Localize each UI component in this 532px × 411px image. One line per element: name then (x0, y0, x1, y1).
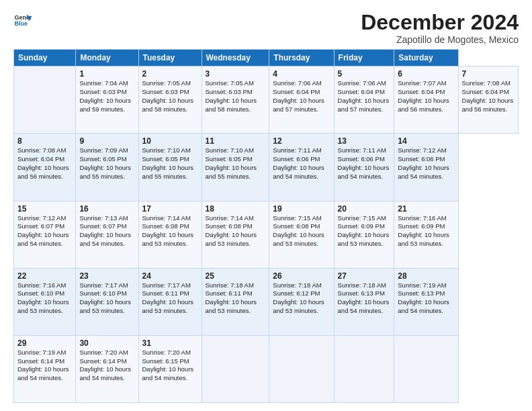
day-number: 31 (142, 338, 198, 348)
day-cell-11: 11Sunrise: 7:10 AMSunset: 6:05 PMDayligh… (202, 134, 269, 201)
calendar-table: SundayMondayTuesdayWednesdayThursdayFrid… (13, 49, 519, 403)
svg-text:Blue: Blue (14, 20, 28, 27)
day-number: 19 (273, 204, 330, 214)
day-info: Sunrise: 7:06 AMSunset: 6:04 PMDaylight:… (338, 79, 390, 112)
day-cell-1: 1Sunrise: 7:04 AMSunset: 6:03 PMDaylight… (76, 66, 138, 134)
day-number: 5 (338, 69, 391, 79)
week-row-3: 15Sunrise: 7:12 AMSunset: 6:07 PMDayligh… (14, 201, 519, 268)
day-number: 12 (273, 136, 330, 146)
day-info: Sunrise: 7:17 AMSunset: 6:10 PMDaylight:… (79, 281, 131, 314)
day-cell-21: 21Sunrise: 7:16 AMSunset: 6:09 PMDayligh… (394, 201, 458, 268)
day-cell-2: 2Sunrise: 7:05 AMSunset: 6:03 PMDaylight… (138, 66, 202, 134)
day-cell-15: 15Sunrise: 7:12 AMSunset: 6:07 PMDayligh… (14, 201, 76, 268)
day-cell-25: 25Sunrise: 7:18 AMSunset: 6:11 PMDayligh… (202, 268, 269, 335)
empty-cell (14, 66, 76, 134)
day-info: Sunrise: 7:09 AMSunset: 6:05 PMDaylight:… (79, 146, 131, 179)
day-cell-17: 17Sunrise: 7:14 AMSunset: 6:08 PMDayligh… (138, 201, 202, 268)
calendar-title: December 2024 (361, 11, 519, 34)
day-number: 14 (398, 136, 454, 146)
day-info: Sunrise: 7:08 AMSunset: 6:04 PMDaylight:… (17, 146, 69, 179)
header-friday: Friday (334, 50, 394, 66)
empty-cell (202, 335, 269, 402)
day-info: Sunrise: 7:13 AMSunset: 6:07 PMDaylight:… (79, 214, 131, 247)
header-saturday: Saturday (394, 50, 458, 66)
day-cell-6: 6Sunrise: 7:07 AMSunset: 6:04 PMDaylight… (394, 66, 458, 134)
day-number: 30 (79, 338, 134, 348)
week-row-4: 22Sunrise: 7:16 AMSunset: 6:10 PMDayligh… (14, 268, 519, 335)
day-number: 7 (462, 69, 515, 79)
day-cell-28: 28Sunrise: 7:19 AMSunset: 6:13 PMDayligh… (394, 268, 458, 335)
day-number: 6 (398, 69, 454, 79)
day-info: Sunrise: 7:20 AMSunset: 6:14 PMDaylight:… (79, 349, 131, 381)
day-info: Sunrise: 7:11 AMSunset: 6:06 PMDaylight:… (338, 146, 390, 179)
day-cell-13: 13Sunrise: 7:11 AMSunset: 6:06 PMDayligh… (334, 134, 394, 201)
day-info: Sunrise: 7:18 AMSunset: 6:12 PMDaylight:… (273, 281, 324, 314)
day-number: 13 (338, 136, 391, 146)
day-info: Sunrise: 7:19 AMSunset: 6:14 PMDaylight:… (17, 349, 69, 381)
day-info: Sunrise: 7:12 AMSunset: 6:06 PMDaylight:… (398, 146, 449, 179)
day-number: 8 (17, 136, 72, 146)
days-header-row: SundayMondayTuesdayWednesdayThursdayFrid… (14, 50, 519, 66)
day-info: Sunrise: 7:05 AMSunset: 6:03 PMDaylight:… (206, 79, 257, 112)
empty-cell (394, 335, 458, 402)
day-cell-19: 19Sunrise: 7:15 AMSunset: 6:08 PMDayligh… (269, 201, 334, 268)
day-cell-26: 26Sunrise: 7:18 AMSunset: 6:12 PMDayligh… (269, 268, 334, 335)
day-number: 15 (17, 204, 72, 214)
day-number: 20 (338, 204, 391, 214)
day-number: 25 (206, 271, 266, 281)
day-cell-29: 29Sunrise: 7:19 AMSunset: 6:14 PMDayligh… (14, 335, 76, 402)
day-number: 26 (273, 271, 330, 281)
header-wednesday: Wednesday (202, 50, 269, 66)
day-info: Sunrise: 7:12 AMSunset: 6:07 PMDaylight:… (17, 214, 69, 247)
day-number: 27 (338, 271, 391, 281)
day-number: 28 (398, 271, 454, 281)
title-block: December 2024 Zapotillo de Mogotes, Mexi… (361, 11, 519, 45)
header-monday: Monday (76, 50, 138, 66)
day-info: Sunrise: 7:14 AMSunset: 6:08 PMDaylight:… (142, 214, 194, 247)
week-row-1: 1Sunrise: 7:04 AMSunset: 6:03 PMDaylight… (14, 66, 519, 134)
day-number: 21 (398, 204, 454, 214)
day-number: 17 (142, 204, 198, 214)
day-cell-10: 10Sunrise: 7:10 AMSunset: 6:05 PMDayligh… (138, 134, 202, 201)
day-number: 10 (142, 136, 198, 146)
day-info: Sunrise: 7:18 AMSunset: 6:13 PMDaylight:… (338, 281, 390, 314)
day-info: Sunrise: 7:19 AMSunset: 6:13 PMDaylight:… (398, 281, 449, 314)
week-row-5: 29Sunrise: 7:19 AMSunset: 6:14 PMDayligh… (14, 335, 519, 402)
day-info: Sunrise: 7:11 AMSunset: 6:06 PMDaylight:… (273, 146, 324, 179)
day-cell-5: 5Sunrise: 7:06 AMSunset: 6:04 PMDaylight… (334, 66, 394, 134)
day-cell-3: 3Sunrise: 7:05 AMSunset: 6:03 PMDaylight… (202, 66, 269, 134)
day-info: Sunrise: 7:06 AMSunset: 6:04 PMDaylight:… (273, 79, 324, 112)
day-info: Sunrise: 7:05 AMSunset: 6:03 PMDaylight:… (142, 79, 194, 112)
day-cell-8: 8Sunrise: 7:08 AMSunset: 6:04 PMDaylight… (14, 134, 76, 201)
day-info: Sunrise: 7:16 AMSunset: 6:09 PMDaylight:… (398, 214, 449, 247)
day-info: Sunrise: 7:17 AMSunset: 6:11 PMDaylight:… (142, 281, 194, 314)
calendar-page: General Blue December 2024 Zapotillo de … (0, 0, 532, 411)
header-tuesday: Tuesday (138, 50, 202, 66)
day-cell-16: 16Sunrise: 7:13 AMSunset: 6:07 PMDayligh… (76, 201, 138, 268)
day-info: Sunrise: 7:18 AMSunset: 6:11 PMDaylight:… (206, 281, 257, 314)
day-info: Sunrise: 7:07 AMSunset: 6:04 PMDaylight:… (398, 79, 449, 112)
day-number: 3 (206, 69, 266, 79)
day-number: 2 (142, 69, 198, 79)
day-number: 4 (273, 69, 330, 79)
day-number: 16 (79, 204, 134, 214)
day-number: 29 (17, 338, 72, 348)
day-number: 22 (17, 271, 72, 281)
day-info: Sunrise: 7:04 AMSunset: 6:03 PMDaylight:… (79, 79, 131, 112)
week-row-2: 8Sunrise: 7:08 AMSunset: 6:04 PMDaylight… (14, 134, 519, 201)
day-info: Sunrise: 7:15 AMSunset: 6:09 PMDaylight:… (338, 214, 390, 247)
day-cell-18: 18Sunrise: 7:14 AMSunset: 6:08 PMDayligh… (202, 201, 269, 268)
day-cell-12: 12Sunrise: 7:11 AMSunset: 6:06 PMDayligh… (269, 134, 334, 201)
header-thursday: Thursday (269, 50, 334, 66)
day-cell-24: 24Sunrise: 7:17 AMSunset: 6:11 PMDayligh… (138, 268, 202, 335)
day-number: 24 (142, 271, 198, 281)
day-cell-23: 23Sunrise: 7:17 AMSunset: 6:10 PMDayligh… (76, 268, 138, 335)
day-cell-27: 27Sunrise: 7:18 AMSunset: 6:13 PMDayligh… (334, 268, 394, 335)
day-number: 1 (79, 69, 134, 79)
header-sunday: Sunday (14, 50, 76, 66)
day-cell-20: 20Sunrise: 7:15 AMSunset: 6:09 PMDayligh… (334, 201, 394, 268)
empty-cell (269, 335, 334, 402)
day-number: 18 (206, 204, 266, 214)
day-cell-22: 22Sunrise: 7:16 AMSunset: 6:10 PMDayligh… (14, 268, 76, 335)
day-cell-4: 4Sunrise: 7:06 AMSunset: 6:04 PMDaylight… (269, 66, 334, 134)
